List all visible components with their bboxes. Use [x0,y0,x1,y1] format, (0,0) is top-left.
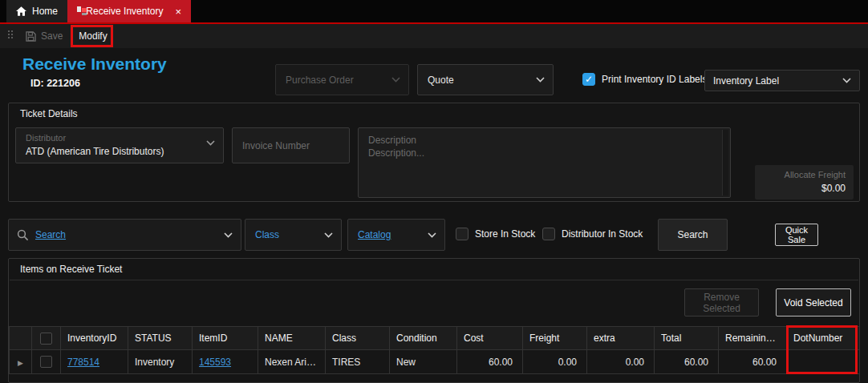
print-inventory-labels-label: Print Inventory ID Labels [602,74,707,85]
tab-receive-inventory-label: Receive Inventory [86,6,163,17]
ticket-id: ID: 221206 [30,78,80,89]
checkbox-unchecked-icon[interactable] [456,228,468,240]
distributor-value: ATD (American Tire Distributors) [26,146,164,157]
row-expander-cell[interactable]: ▶ [10,350,32,374]
distributor-label: Distributor [26,133,66,143]
tab-home[interactable]: Home [6,0,67,22]
catalog-dropdown[interactable]: Catalog [347,219,445,251]
ticket-details-title: Ticket Details [20,108,78,119]
quote-placeholder: Quote [428,75,454,86]
invoice-number-field-wrap [232,127,350,163]
store-in-stock-checkbox[interactable]: Store In Stock [456,228,535,240]
distributor-in-stock-checkbox[interactable]: Distributor In Stock [542,228,643,240]
save-button-label: Save [41,30,63,42]
cell-cost: 60.00 [457,350,523,374]
modify-button-label: Modify [79,30,107,42]
description-scrollbar[interactable] [722,130,728,196]
chevron-down-icon [206,140,215,146]
tab-home-label: Home [32,6,58,17]
cell-itemid: 145593 [193,350,258,374]
chevron-down-icon [536,77,545,83]
column-header-status[interactable]: STATUS [128,327,193,350]
column-header-extra[interactable]: extra [587,327,655,350]
print-inventory-labels-checkbox[interactable]: ✓ Print Inventory ID Labels [582,73,707,86]
checkbox-checked-icon[interactable]: ✓ [582,73,595,86]
column-header-itemid[interactable]: ItemID [193,327,258,350]
page-title: Receive Inventory [22,54,167,74]
home-icon [16,6,26,16]
toolbar: Save Modify [0,24,868,48]
inventory-label-dropdown[interactable]: Inventory Label [704,70,860,91]
tab-bar: Home Receive Inventory × [0,0,868,22]
column-header-total[interactable]: Total [655,327,719,350]
class-dropdown[interactable]: Class [245,219,342,251]
cell-freight: 0.00 [523,350,587,374]
itemid-link[interactable]: 145593 [199,357,231,368]
description-textarea[interactable]: Description Description... [358,127,731,198]
cell-remainingb: 60.00 [719,350,787,374]
allocate-freight-panel: Allocate Freight $0.00 [755,165,854,200]
tab-receive-inventory[interactable]: Receive Inventory × [67,0,191,22]
distributor-dropdown[interactable]: Distributor ATD (American Tire Distribut… [15,127,224,163]
select-all-checkbox-cell[interactable] [32,327,61,350]
cell-dotnumber[interactable] [787,350,860,374]
allocate-freight-value: $0.00 [755,183,846,194]
column-header-condition[interactable]: Condition [390,327,457,350]
table-row: ▶ 778514 Inventory 145593 Nexen Aria ...… [10,350,860,374]
search-dropdown[interactable]: Search [8,219,241,251]
expand-row-icon[interactable]: ▶ [18,359,23,367]
remove-selected-button[interactable]: Remove Selected [684,288,759,316]
quote-dropdown[interactable]: Quote [417,64,554,95]
column-header-cost[interactable]: Cost [457,327,523,350]
purchase-order-dropdown[interactable]: Purchase Order [275,64,409,95]
close-icon[interactable]: × [175,6,181,17]
checkbox-unchecked-icon[interactable] [40,333,52,345]
app-window: Home Receive Inventory × Save Modify Rec… [0,0,868,383]
column-header-remainingb[interactable]: RemainingB... [719,327,787,350]
cell-inventoryid: 778514 [61,350,128,374]
receive-inventory-icon [77,6,80,16]
allocate-freight-label: Allocate Freight [755,170,846,179]
checkbox-unchecked-icon[interactable] [542,228,555,240]
modify-button[interactable]: Modify [71,25,115,47]
expander-column-header [10,327,32,350]
save-button[interactable]: Save [18,25,71,47]
description-placeholder-line2: Description... [368,147,424,159]
cell-total: 60.00 [655,350,719,374]
inventory-label-value: Inventory Label [713,75,779,87]
quick-sale-button[interactable]: Quick Sale [775,224,818,246]
cell-extra: 0.00 [587,350,655,374]
purchase-order-placeholder: Purchase Order [286,75,354,86]
search-button[interactable]: Search [658,219,728,251]
chevron-down-icon [324,232,333,238]
cell-name: Nexen Aria ... [258,350,326,374]
column-header-name[interactable]: NAME [258,327,326,350]
column-header-freight[interactable]: Freight [523,327,587,350]
grip-icon[interactable] [8,30,18,42]
void-selected-button[interactable]: Void Selected [776,288,851,316]
cell-class: TIRES [326,350,390,374]
inventoryid-link[interactable]: 778514 [67,357,99,368]
distributor-in-stock-label: Distributor In Stock [562,228,643,240]
items-table: InventoryID STATUS ItemID NAME Class Con… [9,326,860,374]
cell-status: Inventory [128,350,193,374]
class-placeholder: Class [255,229,279,240]
column-header-dotnumber[interactable]: DotNumber [787,327,860,350]
chevron-down-icon [842,78,851,83]
checkbox-unchecked-icon[interactable] [40,356,52,368]
invoice-number-input[interactable] [233,128,349,163]
search-icon [17,229,29,241]
items-section-title: Items on Receive Ticket [20,264,122,275]
chevron-down-icon [428,232,436,238]
description-placeholder-line1: Description [368,135,416,146]
row-checkbox-cell[interactable] [32,350,61,374]
column-header-inventoryid[interactable]: InventoryID [61,327,128,350]
chevron-down-icon [391,77,400,83]
save-icon [26,31,36,42]
items-on-receive-ticket-section: Items on Receive Ticket Remove Selected … [8,258,860,383]
search-placeholder: Search [35,229,66,240]
column-header-class[interactable]: Class [326,327,390,350]
catalog-placeholder: Catalog [358,229,391,240]
table-header-row: InventoryID STATUS ItemID NAME Class Con… [10,327,860,350]
cell-condition: New [390,350,457,374]
